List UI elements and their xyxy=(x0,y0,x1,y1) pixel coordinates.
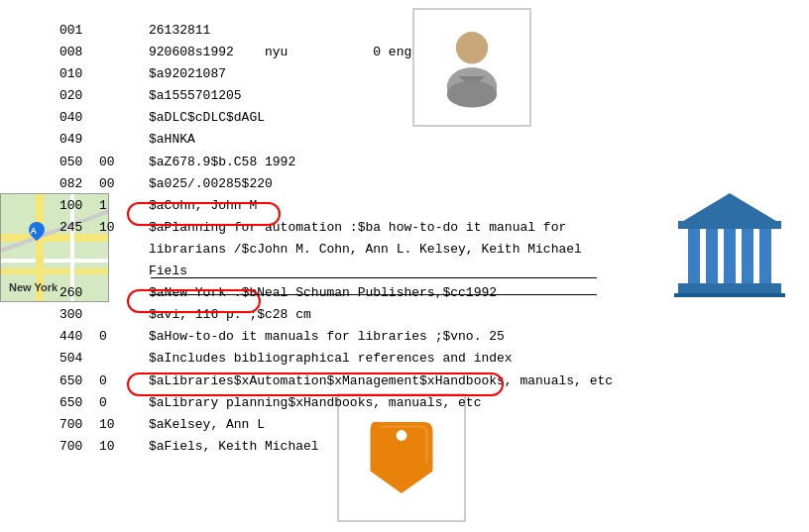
ind-020 xyxy=(99,85,149,107)
record-001: 001 26132811 xyxy=(59,20,613,42)
data-440: $aHow-to-do it manuals for libraries ;$v… xyxy=(149,326,505,348)
record-440: 440 0 $aHow-to-do it manuals for librari… xyxy=(59,326,613,348)
record-650a: 650 0 $aLibraries$xAutomation$xManagemen… xyxy=(59,371,613,392)
ind-700b: 10 xyxy=(99,436,149,458)
tag-001: 001 xyxy=(59,20,99,42)
ind-245c xyxy=(99,261,149,282)
data-650b: $aLibrary planning$xHandbooks, manuals, … xyxy=(149,392,481,414)
data-050: $aZ678.9$b.C58 1992 xyxy=(149,152,295,173)
marc-records: 001 26132811 008 920608s1992 nyu 0 eng 0… xyxy=(59,20,613,458)
svg-rect-10 xyxy=(678,283,781,293)
data-504: $aIncludes bibliographical references an… xyxy=(149,348,513,370)
record-245c: Fiels xyxy=(59,261,613,282)
tag-010: 010 xyxy=(59,63,99,85)
data-700a: $aKelsey, Ann L xyxy=(149,414,265,436)
tag-300: 300 xyxy=(59,304,99,326)
ind-050: 00 xyxy=(99,152,149,173)
ind-245: 10 xyxy=(99,217,149,239)
svg-rect-7 xyxy=(724,229,736,283)
svg-rect-11 xyxy=(674,293,785,297)
tag-245: 245 xyxy=(59,217,99,239)
record-260: 260 $aNew York :$bNeal Schuman Publisher… xyxy=(59,282,613,304)
record-300: 300 $avi, 116 p. ;$c28 cm xyxy=(59,304,613,326)
data-020: $a1555701205 xyxy=(149,85,242,107)
tag-700a: 700 xyxy=(59,414,99,436)
record-050: 050 00 $aZ678.9$b.C58 1992 xyxy=(59,152,613,173)
ind-001 xyxy=(99,20,149,42)
tag-650a: 650 xyxy=(59,371,99,392)
ind-650b: 0 xyxy=(99,392,149,414)
ind-260 xyxy=(99,282,149,304)
data-001: 26132811 xyxy=(149,20,210,42)
record-010: 010 $a92021087 xyxy=(59,63,613,85)
svg-marker-3 xyxy=(680,193,779,223)
data-650a: $aLibraries$xAutomation$xManagement$xHan… xyxy=(149,371,613,392)
svg-rect-5 xyxy=(688,229,700,283)
svg-rect-8 xyxy=(742,229,753,283)
record-020: 020 $a1555701205 xyxy=(59,85,613,107)
ind-504 xyxy=(99,348,149,370)
record-245b: librarians /$cJohn M. Cohn, Ann L. Kelse… xyxy=(59,239,613,261)
data-245c: Fiels xyxy=(149,261,187,282)
data-245a: $aPlanning for automation :$ba how-to-do… xyxy=(149,217,566,239)
tag-020: 020 xyxy=(59,85,99,107)
ind-049 xyxy=(99,129,149,151)
data-010: $a92021087 xyxy=(149,63,226,85)
tag-100: 100 xyxy=(59,195,99,217)
ind-040 xyxy=(99,107,149,129)
data-082: $a025/.00285$220 xyxy=(149,173,273,195)
record-040: 040 $aDLC$cDLC$dAGL xyxy=(59,107,613,129)
map-label: New York xyxy=(9,281,58,293)
library-icon xyxy=(670,183,789,302)
record-008: 008 920608s1992 nyu 0 eng xyxy=(59,42,613,63)
tag-245c xyxy=(59,261,99,282)
record-245a: 245 10 $aPlanning for automation :$ba ho… xyxy=(59,217,613,239)
data-300: $avi, 116 p. ;$c28 cm xyxy=(149,304,311,326)
tag-504: 504 xyxy=(59,348,99,370)
data-245b: librarians /$cJohn M. Cohn, Ann L. Kelse… xyxy=(149,239,582,261)
tag-008: 008 xyxy=(59,42,99,63)
tag-082: 082 xyxy=(59,173,99,195)
ind-440: 0 xyxy=(99,326,149,348)
data-260: $aNew York :$bNeal Schuman Publishers,$c… xyxy=(149,282,497,304)
tag-049: 049 xyxy=(59,129,99,151)
data-100: $aCohn, John M xyxy=(149,195,257,217)
ind-650a: 0 xyxy=(99,371,149,392)
record-700a: 700 10 $aKelsey, Ann L xyxy=(59,414,613,436)
data-008: 920608s1992 nyu 0 eng xyxy=(149,42,411,63)
ind-700a: 10 xyxy=(99,414,149,436)
record-700b: 700 10 $aFiels, Keith Michael xyxy=(59,436,613,458)
tag-050: 050 xyxy=(59,152,99,173)
ind-008 xyxy=(99,42,149,63)
tag-260: 260 xyxy=(59,282,99,304)
svg-rect-6 xyxy=(706,229,718,283)
data-049: $aHNKA xyxy=(149,129,195,151)
tag-440: 440 xyxy=(59,326,99,348)
library-svg xyxy=(670,188,789,297)
tag-650b: 650 xyxy=(59,392,99,414)
record-100: 100 1 $aCohn, John M xyxy=(59,195,613,217)
ind-082: 00 xyxy=(99,173,149,195)
data-700b: $aFiels, Keith Michael xyxy=(149,436,319,458)
tag-700b: 700 xyxy=(59,436,99,458)
record-650b: 650 0 $aLibrary planning$xHandbooks, man… xyxy=(59,392,613,414)
ind-010 xyxy=(99,63,149,85)
ind-245b xyxy=(99,239,149,261)
svg-rect-4 xyxy=(678,221,781,229)
ind-300 xyxy=(99,304,149,326)
record-082: 082 00 $a025/.00285$220 xyxy=(59,173,613,195)
record-504: 504 $aIncludes bibliographical reference… xyxy=(59,348,613,370)
record-049: 049 $aHNKA xyxy=(59,129,613,151)
svg-rect-9 xyxy=(759,229,771,283)
tag-245b xyxy=(59,239,99,261)
ind-100: 1 xyxy=(99,195,149,217)
data-040: $aDLC$cDLC$dAGL xyxy=(149,107,265,129)
tag-040: 040 xyxy=(59,107,99,129)
